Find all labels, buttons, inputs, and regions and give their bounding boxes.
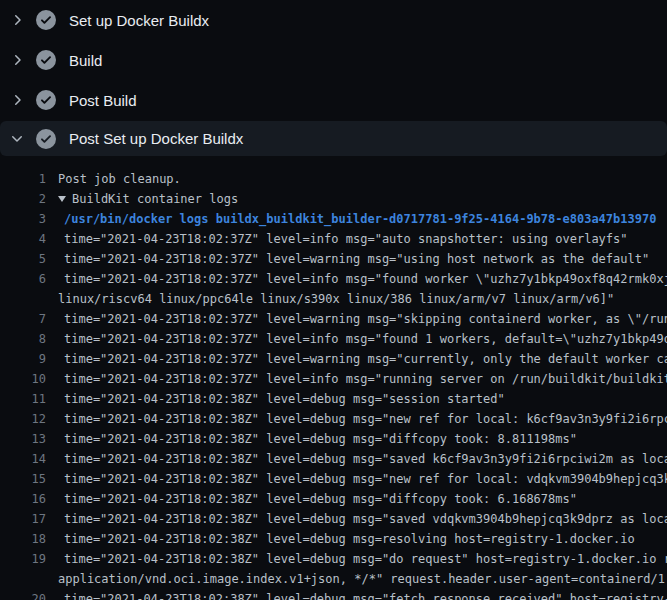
line-number[interactable]: 18 (0, 529, 46, 549)
log-text: time="2021-04-23T18:02:37Z" level=warnin… (64, 309, 667, 329)
line-number[interactable]: 10 (0, 369, 46, 389)
line-number (0, 569, 46, 589)
chevron-right-icon[interactable] (9, 12, 25, 28)
log-text: Post job cleanup. (58, 169, 181, 189)
check-circle-icon (36, 90, 56, 110)
log-line: 12 time="2021-04-23T18:02:38Z" level=deb… (0, 409, 667, 429)
step-title: Build (69, 52, 102, 69)
log-line: 15 time="2021-04-23T18:02:38Z" level=deb… (0, 469, 667, 489)
log-line: 4 time="2021-04-23T18:02:37Z" level=info… (0, 229, 667, 249)
log-text: time="2021-04-23T18:02:38Z" level=debug … (64, 529, 635, 549)
log-line: 10 time="2021-04-23T18:02:37Z" level=inf… (0, 369, 667, 389)
log-text: time="2021-04-23T18:02:37Z" level=warnin… (64, 349, 667, 369)
log-viewer: 1 Post job cleanup. 2 BuildKit container… (0, 169, 667, 600)
log-text: time="2021-04-23T18:02:38Z" level=debug … (64, 469, 667, 489)
log-text: time="2021-04-23T18:02:38Z" level=debug … (64, 449, 667, 469)
line-number[interactable]: 1 (0, 169, 46, 189)
chevron-right-icon[interactable] (9, 92, 25, 108)
log-command-text: /usr/bin/docker logs buildx_buildkit_bui… (64, 209, 656, 229)
step-header-post-build[interactable]: Post Build (0, 80, 667, 120)
log-text: time="2021-04-23T18:02:37Z" level=info m… (64, 269, 667, 289)
line-number[interactable]: 12 (0, 409, 46, 429)
line-number[interactable]: 11 (0, 389, 46, 409)
step-title: Post Build (69, 92, 137, 109)
chevron-right-icon[interactable] (9, 52, 25, 68)
chevron-down-icon[interactable] (9, 131, 25, 147)
log-line: 11 time="2021-04-23T18:02:38Z" level=deb… (0, 389, 667, 409)
log-line: 19 time="2021-04-23T18:02:38Z" level=deb… (0, 549, 667, 569)
log-line-wrap: linux/riscv64 linux/ppc64le linux/s390x … (0, 289, 667, 309)
line-number[interactable]: 6 (0, 269, 46, 289)
log-text: linux/riscv64 linux/ppc64le linux/s390x … (58, 289, 614, 309)
line-number[interactable]: 19 (0, 549, 46, 569)
log-line: 8 time="2021-04-23T18:02:37Z" level=info… (0, 329, 667, 349)
log-line: 20 time="2021-04-23T18:02:38Z" level=deb… (0, 589, 667, 600)
log-text: time="2021-04-23T18:02:38Z" level=debug … (64, 589, 667, 600)
log-text: application/vnd.oci.image.index.v1+json,… (58, 569, 667, 589)
log-line: 3 /usr/bin/docker logs buildx_buildkit_b… (0, 209, 667, 229)
log-line: 18 time="2021-04-23T18:02:38Z" level=deb… (0, 529, 667, 549)
line-number[interactable]: 5 (0, 249, 46, 269)
log-line: 17 time="2021-04-23T18:02:38Z" level=deb… (0, 509, 667, 529)
log-text: time="2021-04-23T18:02:37Z" level=info m… (64, 229, 628, 249)
log-text: time="2021-04-23T18:02:37Z" level=warnin… (64, 249, 649, 269)
step-header-post-set-up-docker-buildx[interactable]: Post Set up Docker Buildx (0, 121, 667, 156)
log-text: time="2021-04-23T18:02:37Z" level=info m… (64, 329, 667, 349)
line-number[interactable]: 16 (0, 489, 46, 509)
step-title: Set up Docker Buildx (69, 12, 209, 29)
line-number[interactable]: 7 (0, 309, 46, 329)
log-text: time="2021-04-23T18:02:38Z" level=debug … (64, 429, 577, 449)
log-line: 1 Post job cleanup. (0, 169, 667, 189)
log-line: 6 time="2021-04-23T18:02:37Z" level=info… (0, 269, 667, 289)
line-number[interactable]: 15 (0, 469, 46, 489)
log-line: 7 time="2021-04-23T18:02:37Z" level=warn… (0, 309, 667, 329)
check-circle-icon (36, 129, 56, 149)
log-text: time="2021-04-23T18:02:37Z" level=info m… (64, 369, 667, 389)
line-number[interactable]: 17 (0, 509, 46, 529)
line-number[interactable]: 4 (0, 229, 46, 249)
step-header-build[interactable]: Build (0, 40, 667, 80)
line-number[interactable]: 2 (0, 189, 46, 209)
log-group-label: BuildKit container logs (72, 192, 238, 206)
log-text: time="2021-04-23T18:02:38Z" level=debug … (64, 489, 577, 509)
log-line: 16 time="2021-04-23T18:02:38Z" level=deb… (0, 489, 667, 509)
step-header-set-up-docker-buildx[interactable]: Set up Docker Buildx (0, 0, 667, 40)
log-text: time="2021-04-23T18:02:38Z" level=debug … (64, 409, 667, 429)
line-number[interactable]: 3 (0, 209, 46, 229)
line-number[interactable]: 14 (0, 449, 46, 469)
step-title: Post Set up Docker Buildx (69, 130, 243, 147)
line-number (0, 289, 46, 309)
log-text: time="2021-04-23T18:02:38Z" level=debug … (64, 549, 667, 569)
log-line: 14 time="2021-04-23T18:02:38Z" level=deb… (0, 449, 667, 469)
log-group-toggle[interactable]: BuildKit container logs (58, 189, 238, 209)
log-text: time="2021-04-23T18:02:38Z" level=debug … (64, 509, 667, 529)
line-number[interactable]: 9 (0, 349, 46, 369)
triangle-down-icon (58, 196, 66, 202)
check-circle-icon (36, 10, 56, 30)
check-circle-icon (36, 50, 56, 70)
line-number[interactable]: 8 (0, 329, 46, 349)
line-number[interactable]: 20 (0, 589, 46, 600)
log-line-group: 2 BuildKit container logs (0, 189, 667, 209)
line-number[interactable]: 13 (0, 429, 46, 449)
log-line: 9 time="2021-04-23T18:02:37Z" level=warn… (0, 349, 667, 369)
step-list: Set up Docker Buildx Build Post Build Po… (0, 0, 667, 156)
log-line: 13 time="2021-04-23T18:02:38Z" level=deb… (0, 429, 667, 449)
log-text: time="2021-04-23T18:02:38Z" level=debug … (64, 389, 505, 409)
log-line: 5 time="2021-04-23T18:02:37Z" level=warn… (0, 249, 667, 269)
log-line-wrap: application/vnd.oci.image.index.v1+json,… (0, 569, 667, 589)
